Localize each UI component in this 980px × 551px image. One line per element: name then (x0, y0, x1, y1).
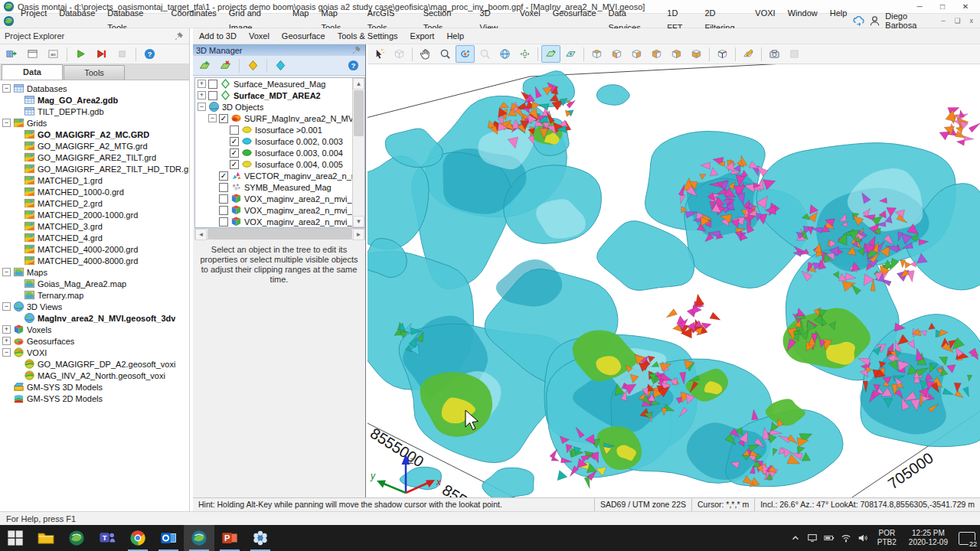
pin-icon[interactable] (173, 31, 185, 42)
clip-plane-icon[interactable] (739, 45, 758, 63)
tree-item[interactable]: MATCHED_4000-2000.grd (0, 243, 189, 255)
start-icon[interactable] (0, 525, 31, 551)
view-cube-4-icon[interactable] (647, 45, 666, 63)
visibility-checkbox[interactable] (208, 80, 217, 89)
script-icon[interactable]: ax (44, 45, 63, 63)
user-icon[interactable] (869, 15, 880, 27)
scroll-right-button[interactable]: ► (353, 229, 364, 240)
tree-item[interactable]: +Surface_Measured_Mag (195, 78, 364, 90)
tree-item[interactable]: TILT_DEPTH.gdb (0, 106, 189, 117)
select-tool-icon[interactable] (370, 45, 389, 63)
tree-item[interactable]: MATCHED_2000-1000.grd (0, 209, 189, 220)
tree-item[interactable]: −3D Objects (195, 101, 364, 112)
tree-item[interactable]: +Voxels (0, 324, 189, 335)
tree-item[interactable]: MATCHED_1.grd (0, 174, 189, 186)
tree-item[interactable]: MATCHED_4.grd (0, 232, 189, 243)
tree-item[interactable]: GO_MAGIGRF_A2_MC.GRD (0, 129, 189, 140)
collapse-icon[interactable]: − (2, 84, 11, 93)
tree-item[interactable]: Isosurface >0.001 (195, 124, 364, 135)
language-indicator[interactable]: POR PTB2 (871, 529, 903, 547)
visibility-checkbox-checked[interactable] (219, 114, 228, 123)
expand-icon[interactable]: + (2, 325, 11, 334)
close-button[interactable]: ✕ (954, 2, 977, 11)
tree-item[interactable]: VOX_maginv_area2_n_mvi_eproj (195, 204, 364, 216)
tree-item[interactable]: MATCHED_4000-8000.grd (0, 255, 189, 266)
tree-item[interactable]: −VOXI (0, 347, 189, 358)
geosurface-cyan-icon[interactable] (271, 57, 290, 74)
view-menu-export[interactable]: Export (404, 29, 441, 44)
fit-extents-icon[interactable] (515, 45, 534, 63)
wifi-icon[interactable] (838, 525, 854, 551)
clock[interactable]: 12:25 PM 2020-12-09 (903, 529, 954, 547)
scroll-down-button[interactable]: ▼ (353, 216, 364, 227)
tree-item[interactable]: MATCHED_1000-0.grd (0, 186, 189, 197)
view-menu-voxel[interactable]: Voxel (243, 29, 276, 44)
geosoft-settings-icon[interactable] (245, 525, 276, 551)
view-cube-5-icon[interactable] (667, 45, 686, 63)
vertical-scrollbar[interactable]: ▲ ▼ (352, 78, 364, 227)
tree-item[interactable]: GO_MAGIGRF_ARE2_TILT_HD_TDR.grd (0, 163, 189, 174)
doc-minimize-button[interactable]: – (939, 17, 947, 24)
tree-item[interactable]: Goias_Mag_Area2.map (0, 278, 189, 289)
maximize-button[interactable]: □ (931, 2, 954, 11)
collapse-icon[interactable]: − (2, 268, 11, 276)
visibility-checkbox[interactable] (219, 206, 228, 215)
tree-item[interactable]: VOX_maginv_area2_n_mvi_eperp (195, 193, 364, 204)
tree-item[interactable]: MAG_INV_A2_North.geosoft_voxi (0, 370, 189, 381)
geosurface-yellow-icon[interactable] (243, 57, 263, 74)
notification-badge[interactable]: 22 (954, 525, 980, 551)
battery-icon[interactable] (821, 525, 838, 551)
record-icon[interactable] (785, 45, 804, 63)
help-icon[interactable]: ? (140, 45, 159, 63)
tree-item[interactable]: GO_MAGIGRF_A2_MTG.grd (0, 140, 189, 152)
snapshot-icon[interactable] (765, 45, 784, 63)
3d-viewport[interactable]: 8555000 8555000 705000 x y z (368, 64, 980, 497)
tree-item[interactable]: Isosurface 0.003, 0.004 (195, 147, 364, 158)
scroll-left-button[interactable]: ◄ (195, 229, 207, 240)
doc-restore-button[interactable]: ❏ (952, 17, 962, 24)
expand-icon[interactable]: + (198, 91, 206, 99)
tree-item[interactable]: Mag_GO_Area2.gdb (0, 94, 189, 106)
zoom-box-tool-icon[interactable] (475, 45, 495, 63)
monitor-icon[interactable] (804, 525, 821, 551)
tree-item[interactable]: GM-SYS 2D Models (0, 393, 189, 404)
view-cube-1-icon[interactable] (587, 45, 606, 63)
minimize-button[interactable]: ─ (908, 2, 931, 11)
tree-item[interactable]: MagInv_area2_N_MVI.geosoft_3dv (0, 312, 189, 324)
powerpoint-icon[interactable]: P (214, 525, 245, 551)
visibility-checkbox-checked[interactable] (230, 160, 239, 169)
tree-item[interactable]: GM-SYS 3D Models (0, 381, 189, 393)
speaker-icon[interactable] (854, 525, 871, 551)
teams-icon[interactable]: T (92, 525, 122, 551)
tree-item[interactable]: VOX_maginv_area2_n_mvi_ampl (195, 216, 364, 227)
remove-from-3d-icon[interactable] (216, 57, 235, 74)
visibility-checkbox-checked[interactable] (219, 171, 228, 181)
visibility-checkbox-checked[interactable] (230, 148, 239, 158)
tree-item[interactable]: +Geosurfaces (0, 335, 189, 347)
outlook-icon[interactable] (153, 525, 184, 551)
collapse-icon[interactable]: − (2, 348, 11, 357)
cube-axes-icon[interactable] (713, 45, 732, 63)
zoom-tool-icon[interactable] (436, 45, 455, 63)
seequent-orb-icon[interactable] (61, 525, 92, 551)
collapse-icon[interactable]: − (2, 119, 11, 127)
tree-item[interactable]: +Surface_MDT_AREA2 (195, 90, 364, 101)
tree-item[interactable]: −SURF_MagInv_area2_N_MVI_Amp (195, 112, 364, 124)
add-to-3d-icon[interactable] (195, 57, 214, 74)
visibility-checkbox[interactable] (208, 91, 217, 100)
view-cube-6-icon[interactable] (687, 45, 706, 63)
open-window-icon[interactable] (23, 45, 42, 63)
scroll-up-button[interactable]: ▲ (353, 78, 364, 90)
chevron-up-icon[interactable] (787, 525, 804, 551)
cloud-sync-icon[interactable] (853, 15, 864, 27)
tree-item[interactable]: MATCHED_2.grd (0, 197, 189, 209)
visibility-checkbox[interactable] (219, 217, 228, 227)
new-database-icon[interactable] (2, 45, 21, 63)
collapse-icon[interactable]: − (208, 114, 217, 122)
tree-item[interactable]: SYMB_Measured_Mag (195, 181, 364, 193)
visibility-checkbox[interactable] (219, 194, 228, 204)
plane-mode-a-icon[interactable] (541, 45, 560, 63)
collapse-icon[interactable]: − (198, 103, 206, 111)
box-tool-icon[interactable] (390, 45, 409, 63)
expand-icon[interactable]: + (2, 337, 11, 345)
